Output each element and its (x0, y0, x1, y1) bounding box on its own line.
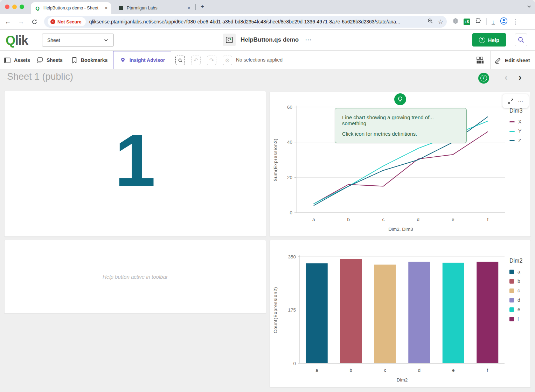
window-close-button[interactable] (5, 5, 9, 9)
profile-avatar-icon[interactable] (500, 17, 508, 26)
toolbar-divider (490, 51, 491, 69)
url-text[interactable]: qliksense.ptarmiganlabs.net/sense/app/d6… (89, 19, 425, 24)
sheets-button[interactable]: Sheets (36, 51, 63, 69)
chart-hover-toolbar: ⋯ (502, 94, 529, 108)
legend-swatch (509, 288, 514, 293)
clear-selections-button[interactable]: ⊗ (223, 56, 232, 65)
smart-search-button[interactable] (515, 34, 527, 46)
bookmarks-button[interactable]: Bookmarks (71, 51, 107, 69)
help-bulb-button[interactable] (394, 93, 406, 105)
chevron-down-icon (104, 38, 109, 43)
legend-item[interactable]: f (509, 316, 522, 322)
svg-text:b: b (349, 368, 352, 373)
qlik-toolbar: Assets Sheets Bookmarks Insight Advisor … (0, 51, 535, 69)
sheet-info-button[interactable]: i (478, 73, 489, 84)
svg-text:Count(Expression2): Count(Expression2) (273, 287, 278, 333)
assets-panel-icon (4, 57, 11, 64)
legend-title: Dim3 (509, 108, 522, 114)
legend-swatch (509, 307, 514, 312)
legend-swatch (509, 317, 514, 321)
legend-label: f (517, 316, 519, 322)
legend-label: e (517, 307, 520, 312)
undo-selection-button[interactable]: ↶ (191, 56, 201, 65)
lightbulb-icon (119, 57, 126, 64)
assets-button[interactable]: Assets (4, 51, 30, 69)
legend-item[interactable]: X (509, 119, 522, 124)
browser-tab-active[interactable]: Q HelpButton.qs demo - Sheet ✕ (31, 2, 111, 14)
ptarmigan-favicon (118, 5, 124, 11)
extensions-area: +S ↓ ⋮ (452, 17, 523, 26)
window-zoom-button[interactable] (20, 5, 24, 9)
svg-text:Dim2, Dim3: Dim2, Dim3 (388, 227, 413, 232)
app-thumbnail-icon[interactable] (223, 34, 236, 46)
legend-label: a (517, 269, 520, 275)
legend-swatch (509, 298, 514, 302)
qlik-logo[interactable]: Qlik (6, 33, 28, 48)
sheet-grid-view-button[interactable] (475, 56, 485, 66)
insight-advisor-button[interactable]: Insight Advisor (113, 51, 171, 69)
text-panel[interactable]: Help button active in toolbar (4, 240, 266, 314)
toolbar-divider (486, 18, 487, 25)
reload-button[interactable] (29, 16, 40, 27)
legend-item[interactable]: Z (509, 138, 522, 143)
browser-tab-inactive[interactable]: Ptarmigan Labs ✕ (114, 2, 194, 14)
svg-text:d: d (417, 217, 419, 222)
search-icon (178, 58, 183, 63)
extension-s-badge[interactable]: +S (464, 19, 470, 25)
legend-label: c (517, 288, 520, 293)
legend-item[interactable]: e (509, 307, 522, 312)
svg-text:f: f (487, 217, 488, 222)
chart-more-icon[interactable]: ⋯ (518, 98, 523, 104)
svg-text:b: b (347, 217, 350, 222)
extensions-puzzle-icon[interactable] (475, 18, 481, 26)
app-title[interactable]: HelpButton.qs demo (241, 36, 299, 43)
download-icon[interactable]: ↓ (492, 19, 495, 24)
tab-close-icon[interactable]: ✕ (105, 6, 108, 10)
legend-item[interactable]: a (509, 269, 522, 275)
info-icon: i (480, 75, 487, 81)
back-button[interactable]: ← (2, 16, 13, 27)
legend-item[interactable]: c (509, 288, 522, 293)
sheet-navigation-dropdown[interactable]: Sheet (42, 34, 114, 47)
security-chip[interactable]: ✕ Not Secure (48, 17, 86, 26)
new-tab-button[interactable]: + (198, 3, 207, 11)
kpi-panel[interactable]: 1 (4, 91, 266, 237)
legend-item[interactable]: Y (509, 128, 522, 134)
browser-menu-icon[interactable]: ⋮ (513, 18, 519, 26)
fullscreen-icon[interactable] (508, 98, 514, 104)
tab-search-chevron-icon[interactable] (527, 4, 531, 10)
qlik-header: Qlik Sheet HelpButton.qs demo ⋯ ? Help (0, 30, 535, 51)
security-label: Not Secure (57, 19, 82, 24)
help-button[interactable]: ? Help (472, 33, 506, 47)
line-chart-legend: Dim3XYZ (509, 108, 522, 147)
forward-button[interactable]: → (15, 16, 27, 27)
legend-title: Dim2 (509, 258, 522, 264)
pencil-icon (494, 57, 502, 64)
legend-item[interactable]: d (509, 297, 522, 303)
tab-title: Ptarmigan Labs (127, 6, 185, 10)
svg-text:350: 350 (288, 254, 296, 259)
sheet-title: Sheet 1 (public) (7, 71, 73, 82)
browser-tab-strip: Q HelpButton.qs demo - Sheet ✕ Ptarmigan… (0, 0, 535, 14)
legend-item[interactable]: b (509, 278, 522, 284)
zoom-page-icon[interactable] (428, 18, 433, 25)
svg-text:Dim2: Dim2 (397, 377, 408, 383)
search-selections-button[interactable] (175, 56, 185, 65)
bar-chart-canvas[interactable]: 0175350abcdefDim2Count(Expression2) (270, 240, 530, 389)
window-minimize-button[interactable] (12, 5, 17, 9)
next-sheet-button[interactable]: › (519, 72, 522, 83)
line-chart-panel[interactable]: ⋯ 0204060abcdefDim2, Dim3Sum(Expression3… (270, 92, 531, 237)
svg-text:d: d (418, 368, 421, 373)
redo-selection-button[interactable]: ↷ (207, 56, 216, 65)
tab-close-icon[interactable]: ✕ (187, 6, 190, 10)
bar-chart-panel[interactable]: 0175350abcdefDim2Count(Expression2) Dim2… (270, 240, 531, 387)
bookmark-icon (71, 57, 78, 64)
edit-sheet-button[interactable]: Edit sheet (494, 51, 530, 69)
app-more-icon[interactable]: ⋯ (305, 36, 312, 44)
bookmark-star-icon[interactable]: ☆ (438, 18, 443, 26)
previous-sheet-button[interactable]: ‹ (505, 72, 508, 83)
extension-globe-icon[interactable] (452, 18, 459, 26)
legend-swatch (509, 270, 514, 274)
legend-label: d (517, 297, 520, 303)
address-bar[interactable]: ✕ Not Secure qliksense.ptarmiganlabs.net… (44, 16, 447, 28)
